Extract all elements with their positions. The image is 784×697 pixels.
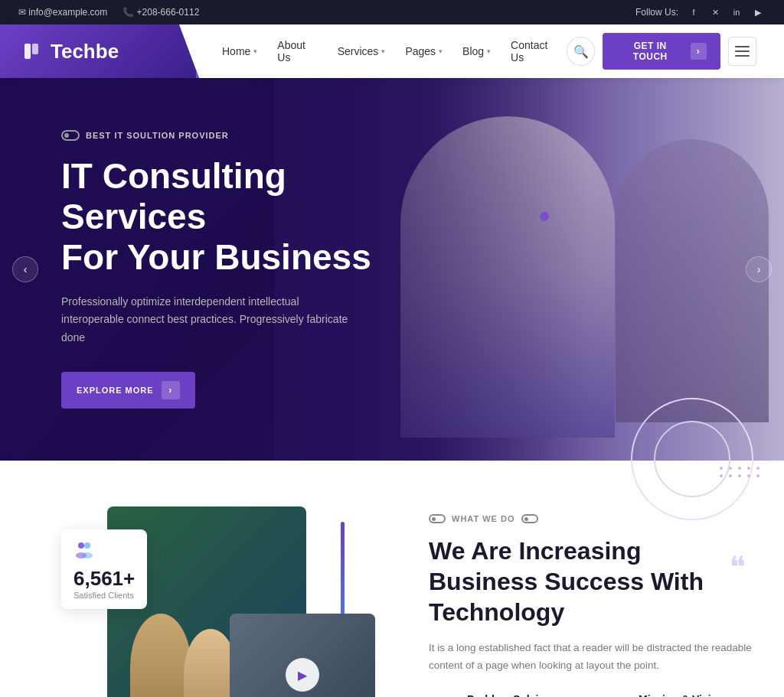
svg-rect-1	[32, 44, 38, 54]
chevron-down-icon: ▾	[439, 47, 443, 55]
hamburger-line-2	[735, 50, 750, 52]
badge-dot	[64, 133, 69, 138]
problem-solving-icon	[429, 693, 458, 697]
nav-menu: Home ▾ About Us Services ▾	[214, 33, 567, 70]
chevron-down-icon: ▾	[487, 47, 491, 55]
nav-link-contact[interactable]: Contact Us	[503, 33, 567, 70]
nav-item-contact[interactable]: Contact Us	[503, 33, 567, 70]
svg-rect-0	[24, 44, 31, 59]
hero-title-line2: For Your Business	[61, 237, 371, 277]
nav-label-contact: Contact Us	[511, 39, 559, 64]
svg-point-3	[84, 542, 90, 549]
svg-point-5	[82, 552, 93, 559]
follow-label: Follow Us:	[635, 7, 678, 18]
features-grid: Problem Solving Aliquam erat volutpat Nu…	[429, 693, 753, 697]
deco-dot	[720, 474, 723, 477]
svg-point-2	[78, 542, 84, 549]
badge-dot	[432, 517, 436, 521]
badge-icon	[429, 514, 446, 523]
secondary-image: ▶	[230, 614, 375, 697]
topbar-contact: ✉ info@example.com 📞 +208-666-0112	[18, 7, 199, 18]
nav-area: Home ▾ About Us Services ▾	[199, 24, 784, 78]
feature-text-mission: Mission & Vision Ut vehiculadictumst. Ma…	[639, 693, 753, 697]
nav-link-home[interactable]: Home ▾	[214, 39, 265, 64]
nav-label-pages: Pages	[405, 45, 436, 57]
arrow-left-icon: ‹	[24, 263, 28, 275]
clients-count: 6,561+	[74, 567, 135, 591]
feature-title-problem: Problem Solving	[467, 693, 582, 697]
feature-text-problem: Problem Solving Aliquam erat volutpat Nu…	[467, 693, 582, 697]
top-bar: ✉ info@example.com 📞 +208-666-0112 Follo…	[0, 0, 784, 24]
nav-item-services[interactable]: Services ▾	[330, 39, 394, 64]
feature-title-mission: Mission & Vision	[639, 693, 753, 697]
section-image-left: 6,561+ Satisfied Clients ▶	[61, 506, 383, 697]
badge-icon	[61, 130, 80, 141]
play-video-button[interactable]: ▶	[286, 658, 319, 692]
feature-problem-solving: Problem Solving Aliquam erat volutpat Nu…	[429, 693, 582, 697]
main-header: Techbe Home ▾ About Us	[0, 24, 784, 78]
nav-actions: 🔍 GET IN TOUCH ›	[567, 33, 769, 70]
hamburger-line-1	[735, 46, 750, 47]
deco-dot	[747, 474, 750, 477]
nav-link-about[interactable]: About Us	[270, 33, 325, 70]
nav-link-services[interactable]: Services ▾	[330, 39, 394, 64]
hero-cta-label: EXPLORE MORE	[77, 386, 154, 395]
email-icon: ✉	[18, 7, 28, 18]
feature-mission-vision: Mission & Vision Ut vehiculadictumst. Ma…	[600, 693, 753, 697]
topbar-social: Follow Us: f ✕ in ▶	[635, 5, 766, 20]
hero-cta-button[interactable]: EXPLORE MORE ›	[61, 372, 195, 409]
nav-link-pages[interactable]: Pages ▾	[397, 39, 450, 64]
facebook-icon[interactable]: f	[686, 5, 701, 20]
youtube-icon[interactable]: ▶	[750, 5, 766, 20]
social-icons-group: f ✕ in ▶	[686, 5, 766, 20]
deco-dot	[738, 467, 741, 470]
hero-next-button[interactable]: ›	[746, 256, 772, 282]
phone-info: 📞 +208-666-0112	[122, 7, 199, 18]
search-button[interactable]: 🔍	[567, 37, 595, 66]
nav-label-home: Home	[222, 45, 250, 57]
hero-subtitle: Professionally optimize interdependent i…	[61, 293, 352, 347]
email-info: ✉ info@example.com	[18, 7, 107, 18]
hero-title: IT Consulting Services For Your Business	[61, 156, 398, 278]
nav-item-pages[interactable]: Pages ▾	[397, 39, 450, 64]
badge-dot-right	[524, 517, 528, 521]
nav-label-blog: Blog	[462, 45, 484, 57]
logo-text: Techbe	[51, 40, 119, 64]
deco-dot	[738, 474, 741, 477]
nav-item-about[interactable]: About Us	[270, 33, 325, 70]
deco-dot	[720, 467, 723, 470]
deco-dot	[729, 474, 732, 477]
deco-dot	[756, 467, 760, 470]
deco-dot	[747, 467, 750, 470]
nav-label-about: About Us	[277, 39, 317, 64]
deco-dots	[720, 467, 761, 477]
hero-prev-button[interactable]: ‹	[12, 256, 38, 282]
office-person-1	[130, 614, 191, 697]
header-cta-label: GET IN TOUCH	[616, 41, 684, 62]
section-badge-text: WHAT WE DO	[452, 514, 515, 523]
clients-icon	[74, 539, 135, 564]
main-nav: Home ▾ About Us Services ▾	[214, 33, 567, 70]
search-icon: 🔍	[573, 44, 589, 59]
twitter-icon[interactable]: ✕	[707, 5, 723, 20]
linkedin-icon[interactable]: in	[729, 5, 744, 20]
chevron-down-icon: ▾	[253, 47, 257, 55]
section-description: It is a long established fact that a rea…	[429, 640, 753, 675]
nav-item-blog[interactable]: Blog ▾	[455, 39, 498, 64]
hero-title-line1: IT Consulting Services	[61, 156, 286, 236]
mission-vision-icon	[600, 693, 629, 697]
nav-link-blog[interactable]: Blog ▾	[455, 39, 498, 64]
logo-area[interactable]: Techbe	[0, 24, 199, 78]
nav-label-services: Services	[338, 45, 379, 57]
clients-badge: 6,561+ Satisfied Clients	[61, 529, 147, 609]
hamburger-menu-button[interactable]	[728, 37, 756, 66]
hero-badge-text: BEST IT SOULTION PROVIDER	[86, 131, 229, 140]
logo: Techbe	[23, 40, 119, 64]
chevron-down-icon: ▾	[381, 47, 385, 55]
badge-icon-right	[521, 514, 538, 523]
header-cta-button[interactable]: GET IN TOUCH ›	[603, 33, 720, 70]
hero-section: BEST IT SOULTION PROVIDER IT Consulting …	[0, 78, 784, 461]
deco-dot	[756, 474, 760, 477]
nav-item-home[interactable]: Home ▾	[214, 39, 265, 64]
section-text-right: WHAT WE DO We Are Increasing Business Su…	[429, 506, 753, 697]
